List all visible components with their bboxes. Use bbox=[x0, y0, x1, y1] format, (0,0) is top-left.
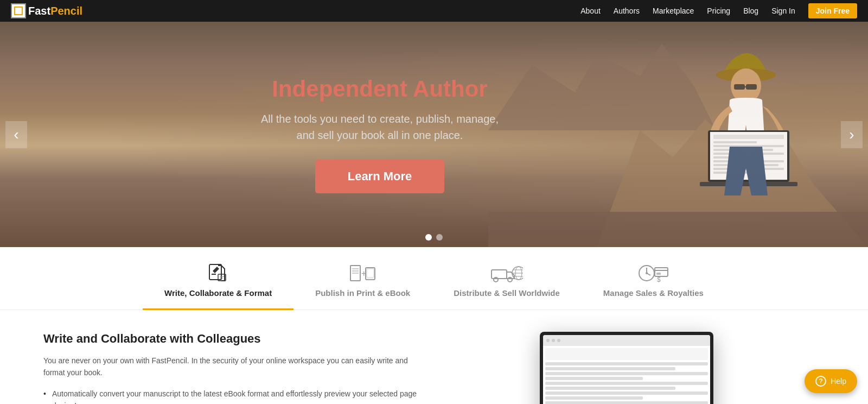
screen-dot-2 bbox=[552, 339, 555, 342]
main-content: Write and Collaborate with Colleagues Yo… bbox=[0, 310, 868, 404]
feature-list: Automatically convert your manuscript to… bbox=[43, 388, 418, 404]
logo-icon-inner bbox=[14, 7, 23, 15]
screen-line-1 bbox=[545, 362, 708, 365]
svg-rect-48 bbox=[655, 268, 668, 276]
laptop-mockup bbox=[540, 332, 713, 404]
feature-image bbox=[450, 332, 825, 404]
tab-manage-label: Manage Sales & Royalties bbox=[603, 288, 704, 298]
hero-title: Independent Author bbox=[261, 76, 499, 102]
nav-authors[interactable]: Authors bbox=[614, 7, 640, 15]
feature-list-item-1: Automatically convert your manuscript to… bbox=[43, 388, 418, 404]
laptop-container bbox=[540, 332, 735, 404]
logo-fast: Fast bbox=[28, 5, 50, 17]
svg-rect-13 bbox=[713, 141, 757, 143]
tab-write[interactable]: Write, Collaborate & Format bbox=[143, 263, 293, 310]
hero-section: Independent Author All the tools you nee… bbox=[0, 22, 868, 247]
hero-person bbox=[651, 38, 825, 244]
feature-description: You are never on your own with FastPenci… bbox=[43, 355, 418, 379]
screen-line-7 bbox=[545, 392, 708, 395]
tab-publish-icons: + bbox=[349, 263, 376, 283]
nav-blog[interactable]: Blog bbox=[743, 7, 758, 15]
tab-manage-icons: $ bbox=[639, 263, 668, 283]
screen-header bbox=[543, 335, 710, 346]
svg-rect-7 bbox=[734, 84, 745, 90]
screen-content bbox=[543, 346, 710, 404]
write-icon bbox=[208, 263, 228, 283]
learn-more-button[interactable]: Learn More bbox=[315, 160, 445, 193]
help-button[interactable]: ? Help bbox=[805, 369, 857, 393]
help-label: Help bbox=[831, 377, 846, 386]
tab-manage[interactable]: $ Manage Sales & Royalties bbox=[582, 263, 725, 310]
features-tabs: Write, Collaborate & Format + Publish in… bbox=[0, 247, 868, 310]
hero-dot-1[interactable] bbox=[425, 234, 432, 241]
join-free-button[interactable]: Join Free bbox=[808, 3, 857, 18]
svg-rect-8 bbox=[746, 84, 757, 90]
tab-distribute-label: Distribute & Sell Worldwide bbox=[454, 288, 560, 298]
tab-write-icons bbox=[208, 263, 228, 283]
header: Fast Pencil About Authors Marketplace Pr… bbox=[0, 0, 868, 22]
hero-content: Independent Author All the tools you nee… bbox=[261, 76, 499, 193]
publish-icon: + bbox=[349, 263, 376, 283]
laptop-screen bbox=[543, 335, 710, 404]
svg-rect-22 bbox=[700, 182, 797, 186]
tab-distribute[interactable]: Distribute & Sell Worldwide bbox=[432, 263, 582, 310]
hero-next-button[interactable]: › bbox=[841, 121, 863, 148]
svg-rect-34 bbox=[367, 269, 374, 277]
nav-signin[interactable]: Sign In bbox=[771, 7, 795, 15]
svg-rect-50 bbox=[656, 273, 661, 275]
main-nav: About Authors Marketplace Pricing Blog S… bbox=[580, 3, 857, 18]
nav-about[interactable]: About bbox=[580, 7, 601, 15]
tab-publish[interactable]: + Publish in Print & eBook bbox=[293, 263, 432, 310]
manage-icon: $ bbox=[639, 263, 668, 283]
screen-line-4 bbox=[545, 377, 643, 380]
feature-text: Write and Collaborate with Colleagues Yo… bbox=[43, 332, 418, 404]
hero-subtitle: All the tools you need to create, publis… bbox=[261, 111, 499, 143]
nav-pricing[interactable]: Pricing bbox=[707, 7, 730, 15]
screen-line-2 bbox=[545, 367, 675, 370]
hero-dot-2[interactable] bbox=[436, 234, 443, 241]
hero-prev-button[interactable]: ‹ bbox=[5, 121, 27, 148]
logo-icon bbox=[11, 3, 26, 18]
screen-line-8 bbox=[545, 396, 643, 400]
svg-text:$: $ bbox=[657, 276, 661, 283]
svg-rect-36 bbox=[492, 270, 507, 279]
screen-line-3 bbox=[545, 372, 708, 375]
screen-line-9 bbox=[545, 401, 708, 404]
nav-marketplace[interactable]: Marketplace bbox=[653, 7, 694, 15]
screen-text-lines bbox=[545, 362, 708, 404]
screen-line-6 bbox=[545, 387, 675, 390]
screen-dot-1 bbox=[546, 339, 550, 342]
tab-write-label: Write, Collaborate & Format bbox=[164, 288, 272, 298]
screen-dot-3 bbox=[557, 339, 560, 342]
help-icon: ? bbox=[815, 376, 826, 387]
hero-dots bbox=[425, 234, 443, 241]
screen-line-5 bbox=[545, 382, 708, 385]
logo[interactable]: Fast Pencil bbox=[11, 3, 82, 18]
screen-toolbar bbox=[545, 348, 708, 360]
svg-rect-12 bbox=[713, 135, 784, 139]
logo-pencil: Pencil bbox=[50, 5, 82, 17]
tab-distribute-icons bbox=[490, 263, 523, 283]
svg-point-47 bbox=[646, 272, 648, 274]
tab-publish-label: Publish in Print & eBook bbox=[315, 288, 410, 298]
distribute-icon bbox=[490, 263, 523, 283]
svg-rect-33 bbox=[366, 268, 375, 280]
feature-title: Write and Collaborate with Colleagues bbox=[43, 332, 418, 346]
